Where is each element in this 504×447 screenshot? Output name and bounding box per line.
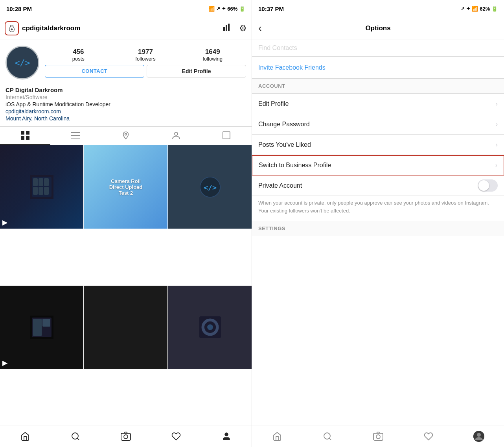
bluetooth-icon-right: ✦ bbox=[466, 6, 470, 11]
back-button[interactable]: ‹ bbox=[258, 22, 262, 34]
toggle-knob bbox=[478, 180, 489, 191]
posts-liked-menu-item[interactable]: Posts You've Liked › bbox=[252, 135, 504, 155]
followers-stat[interactable]: 1977 followers bbox=[112, 48, 179, 62]
invite-facebook-item[interactable]: Invite Facebook Friends bbox=[252, 57, 504, 79]
nav-home-left[interactable] bbox=[0, 425, 50, 447]
svg-rect-8 bbox=[21, 136, 24, 140]
grid-item-4[interactable]: ▶ bbox=[0, 286, 83, 369]
nav-heart-left[interactable] bbox=[151, 425, 201, 447]
switch-business-menu-item[interactable]: Switch to Business Profile › bbox=[252, 155, 504, 175]
play-icon-1: ▶ bbox=[2, 219, 7, 226]
bar-chart-icon[interactable] bbox=[223, 24, 231, 33]
buttons-row: CONTACT Edit Profile bbox=[45, 65, 246, 78]
following-stat[interactable]: 1649 following bbox=[179, 48, 246, 62]
svg-point-37 bbox=[225, 433, 228, 436]
tab-tag[interactable] bbox=[151, 127, 201, 145]
contact-button[interactable]: CONTACT bbox=[45, 65, 144, 78]
wifi-icon: 📶 bbox=[208, 6, 215, 12]
grid-item-5[interactable] bbox=[84, 286, 167, 369]
grid-item-3-content: </> bbox=[168, 145, 252, 229]
time-left: 10:28 PM bbox=[6, 6, 32, 12]
change-password-menu-item[interactable]: Change Password › bbox=[252, 114, 504, 135]
followers-count: 1977 bbox=[112, 48, 179, 56]
username-header: cpdigitaldarkroom bbox=[22, 24, 220, 32]
grid-item-2[interactable]: Camera RollDirect UploadTest 2 bbox=[84, 145, 167, 229]
bluetooth-icon: ✦ bbox=[222, 6, 226, 11]
options-title: Options bbox=[365, 24, 390, 32]
wifi-icon-right: 📶 bbox=[472, 6, 478, 12]
avatar: </> bbox=[6, 46, 39, 79]
status-bar-left: 10:28 PM 📶 ↗ ✦ 66% 🔋 bbox=[0, 0, 252, 17]
nav-camera-right[interactable] bbox=[353, 425, 403, 447]
profile-stats: 456 posts 1977 followers 1649 following … bbox=[45, 48, 246, 78]
posts-stat[interactable]: 456 posts bbox=[45, 48, 112, 62]
grid-item-4-content: ▶ bbox=[0, 286, 83, 369]
account-section-label: ACCOUNT bbox=[258, 83, 285, 89]
play-icon-4: ▶ bbox=[2, 359, 7, 367]
bio-category: Internet/Software bbox=[6, 94, 246, 100]
app-logo[interactable] bbox=[5, 21, 19, 35]
settings-section-header: SETTINGS bbox=[252, 221, 504, 236]
find-contacts-text: Find Contacts bbox=[258, 44, 297, 52]
followers-label: followers bbox=[112, 56, 179, 62]
svg-rect-3 bbox=[228, 24, 230, 31]
bottom-nav-left bbox=[0, 425, 252, 447]
grid-item-3[interactable]: </> bbox=[168, 145, 252, 229]
switch-business-menu-text: Switch to Business Profile bbox=[259, 162, 331, 169]
nav-profile-avatar bbox=[473, 431, 484, 442]
chevron-edit-profile: › bbox=[496, 100, 498, 107]
tab-grid[interactable] bbox=[0, 127, 50, 145]
svg-rect-19 bbox=[39, 178, 43, 186]
svg-rect-28 bbox=[33, 319, 42, 336]
tabs-row bbox=[0, 126, 252, 145]
header-left: cpdigitaldarkroom ⚙ bbox=[0, 17, 252, 39]
private-account-toggle[interactable] bbox=[478, 179, 498, 192]
location-icon: ↗ bbox=[216, 6, 220, 11]
tab-list[interactable] bbox=[50, 127, 101, 145]
status-icons-right: ↗ ✦ 📶 62% 🔋 bbox=[461, 6, 498, 12]
bio-website[interactable]: cpdigitaldarkroom.com bbox=[6, 108, 246, 115]
nav-profile-left[interactable] bbox=[201, 425, 252, 447]
tab-frame[interactable] bbox=[201, 127, 252, 145]
grid-item-1[interactable]: ▶ bbox=[0, 145, 83, 229]
chevron-switch-business: › bbox=[495, 162, 497, 169]
tab-location[interactable] bbox=[101, 127, 151, 145]
grid-item-2-content: Camera RollDirect UploadTest 2 bbox=[84, 145, 167, 229]
grid-item-6[interactable] bbox=[168, 286, 252, 369]
svg-rect-1 bbox=[223, 27, 225, 31]
svg-point-43 bbox=[477, 433, 481, 437]
settings-section-label: SETTINGS bbox=[258, 225, 285, 231]
time-right: 10:37 PM bbox=[258, 6, 284, 12]
nav-profile-right[interactable] bbox=[454, 425, 504, 447]
svg-text:</>: </> bbox=[203, 183, 216, 191]
bio-description: iOS App & Runtime Modification Developer bbox=[6, 101, 246, 107]
bottom-nav-right bbox=[252, 425, 504, 447]
svg-point-14 bbox=[175, 132, 178, 135]
gear-icon[interactable]: ⚙ bbox=[239, 23, 247, 33]
status-icons-left: 📶 ↗ ✦ 66% 🔋 bbox=[208, 6, 245, 12]
location-icon-right: ↗ bbox=[461, 6, 465, 11]
nav-search-left[interactable] bbox=[50, 425, 101, 447]
nav-camera-left[interactable] bbox=[101, 425, 151, 447]
grid-item-6-content bbox=[168, 286, 252, 369]
svg-point-38 bbox=[324, 433, 330, 439]
svg-rect-40 bbox=[373, 433, 383, 440]
svg-point-0 bbox=[11, 28, 13, 30]
right-panel: 10:37 PM ↗ ✦ 📶 62% 🔋 ‹ Options Find Cont… bbox=[252, 0, 504, 447]
find-contacts-item: Find Contacts bbox=[252, 39, 504, 57]
nav-heart-right[interactable] bbox=[403, 425, 454, 447]
posts-label: posts bbox=[45, 56, 112, 62]
svg-rect-35 bbox=[121, 433, 131, 440]
nav-home-right[interactable] bbox=[252, 425, 302, 447]
private-account-row: Private Account bbox=[252, 175, 504, 196]
private-account-label: Private Account bbox=[258, 182, 302, 189]
status-bar-right: 10:37 PM ↗ ✦ 📶 62% 🔋 bbox=[252, 0, 504, 17]
stats-row: 456 posts 1977 followers 1649 following bbox=[45, 48, 246, 62]
svg-point-41 bbox=[376, 435, 380, 439]
profile-section: </> 456 posts 1977 followers 1649 follow… bbox=[0, 39, 252, 86]
edit-profile-button[interactable]: Edit Profile bbox=[147, 65, 246, 78]
nav-search-right[interactable] bbox=[302, 425, 353, 447]
edit-profile-menu-item[interactable]: Edit Profile › bbox=[252, 94, 504, 114]
private-desc-text: When your account is private, only peopl… bbox=[258, 200, 489, 214]
svg-point-32 bbox=[207, 324, 213, 330]
